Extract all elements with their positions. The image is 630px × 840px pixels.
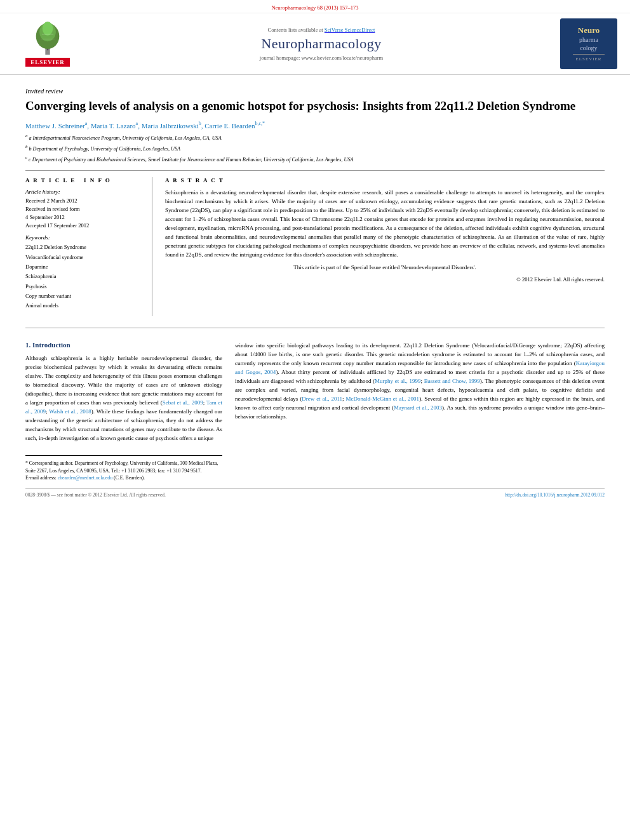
doi-link[interactable]: http://dx.doi.org/10.1016/j.neuropharm.2… xyxy=(505,492,605,498)
issn-text: 0028-3908/$ — see front matter © 2012 El… xyxy=(25,492,166,498)
journal-logo-row: ELSEVIER Contents lists available at Sci… xyxy=(0,13,630,74)
affiliations: a a Interdepartmental Neuroscience Progr… xyxy=(25,133,605,164)
article-info-panel: A R T I C L E I N F O Article history: R… xyxy=(25,177,152,316)
abstract-text: Schizophrenia is a devastating neurodeve… xyxy=(165,189,605,260)
corresponding-author-text: * Corresponding author. Department of Ps… xyxy=(25,460,218,474)
authors-line: Matthew J. Schreinera, Maria T. Lazaroa,… xyxy=(25,121,605,130)
received-revised-label: Received in revised form xyxy=(25,205,142,213)
ref-murphy[interactable]: Murphy et al., 1999 xyxy=(375,378,420,384)
accepted-date: Accepted 17 September 2012 xyxy=(25,222,142,230)
article-type-label: Invited review xyxy=(25,88,605,95)
email-note: E-mail address: cbearden@mednet.ucla.edu… xyxy=(25,474,222,482)
journal-header: Neuropharmacology 68 (2013) 157–173 ELSE… xyxy=(0,0,630,75)
affiliation-a: a a Interdepartmental Neuroscience Progr… xyxy=(25,133,605,142)
received-date: Received 2 March 2012 xyxy=(25,197,142,205)
ref-walsh[interactable]: Walsh et al., 2008 xyxy=(49,408,91,415)
header-divider xyxy=(25,170,605,171)
author-schreiner: Matthew J. Schreiner xyxy=(25,121,85,129)
ref-maynard[interactable]: Maynard et al., 2003 xyxy=(394,404,442,411)
intro-heading: 1. Introduction xyxy=(25,341,222,349)
abstract-special-issue: This article is part of the Special Issu… xyxy=(165,263,605,272)
main-content: Invited review Converging levels of anal… xyxy=(0,75,630,504)
article-body: 1. Introduction Although schizophrenia i… xyxy=(25,341,605,482)
journal-center-info: Contents lists available at SciVerse Sci… xyxy=(83,27,560,61)
body-right-column: window into specific biological pathways… xyxy=(235,341,605,482)
affiliation-a-text: a Interdepartmental Neuroscience Program… xyxy=(29,135,221,141)
email-link[interactable]: cbearden@mednet.ucla.edu xyxy=(58,475,112,481)
affiliation-c: c c Department of Psychiatry and Biobeha… xyxy=(25,154,605,164)
keywords-list: 22q11.2 Deletion Syndrome Velocardiofaci… xyxy=(25,243,142,310)
sciverse-line: Contents lists available at SciVerse Sci… xyxy=(83,27,560,33)
svg-point-3 xyxy=(43,22,53,36)
neuropharmacology-logo: Neuro pharma cology ELSEVIER xyxy=(560,18,617,69)
keyword-6: Copy number variant xyxy=(25,291,142,301)
author-lazaro: Maria T. Lazaro xyxy=(91,121,136,129)
elsevier-brand-text: ELSEVIER xyxy=(25,58,70,67)
journal-citation-text: Neuropharmacology 68 (2013) 157–173 xyxy=(271,4,358,11)
intro-left-text: Although schizophrenia is a highly herit… xyxy=(25,354,222,443)
body-left-column: 1. Introduction Although schizophrenia i… xyxy=(25,341,222,482)
body-divider xyxy=(25,328,605,328)
affiliation-c-text: c Department of Psychiatry and Biobehavi… xyxy=(29,157,353,163)
sciverse-prefix: Contents lists available at xyxy=(268,27,323,33)
abstract-label: A B S T R A C T xyxy=(165,177,605,183)
keyword-4: Schizophrenia xyxy=(25,272,142,281)
email-person: (C.E. Bearden). xyxy=(114,475,145,481)
sciverse-link-text: SciVerse ScienceDirect xyxy=(325,27,375,33)
ref-drew[interactable]: Drew et al., 2011 xyxy=(302,396,342,402)
email-label: E-mail address: xyxy=(25,475,57,481)
keyword-5: Psychosis xyxy=(25,282,142,291)
bottom-bar: 0028-3908/$ — see front matter © 2012 El… xyxy=(25,488,605,498)
ref-bassett[interactable]: Bassett and Chow, 1999 xyxy=(424,378,480,384)
affiliation-b: b b Department of Psychology, University… xyxy=(25,143,605,153)
homepage-url[interactable]: www.elsevier.com/locate/neuropharm xyxy=(301,55,383,61)
intro-title: Introduction xyxy=(32,341,70,349)
keywords-group: Keywords: 22q11.2 Deletion Syndrome Velo… xyxy=(25,234,142,310)
intro-number: 1. xyxy=(25,341,30,349)
svg-point-6 xyxy=(47,48,49,50)
author-bearden: Carrie E. Bearden xyxy=(204,121,255,129)
journal-title: Neuropharmacology xyxy=(83,36,560,52)
journal-homepage: journal homepage: www.elsevier.com/locat… xyxy=(83,55,560,61)
revised-date: 4 September 2012 xyxy=(25,213,142,222)
article-title: Converging levels of analysis on a genom… xyxy=(25,98,605,114)
ref-sebat[interactable]: Sebat et al., 2009 xyxy=(163,399,203,406)
history-group: Article history: Received 2 March 2012 R… xyxy=(25,189,142,229)
sciverse-link[interactable]: SciVerse ScienceDirect xyxy=(325,27,375,33)
ref-mcdonald[interactable]: McDonald-McGinn et al., 2001 xyxy=(345,396,419,402)
author-jalbrzikowski: Maria Jalbrzikowski xyxy=(142,121,199,129)
article-info-abstract-row: A R T I C L E I N F O Article history: R… xyxy=(25,177,605,316)
elsevier-tree-icon xyxy=(22,22,73,57)
copyright-line: © 2012 Elsevier Ltd. All rights reserved… xyxy=(165,276,605,283)
ref-karayiorgou[interactable]: Karayiorgou and Gogos, 2004 xyxy=(235,360,605,375)
homepage-label: journal homepage: xyxy=(260,55,300,61)
neuro-logo-text: Neuro pharma cology ELSEVIER xyxy=(573,25,605,63)
elsevier-logo: ELSEVIER xyxy=(13,22,83,67)
keyword-1: 22q11.2 Deletion Syndrome xyxy=(25,243,142,252)
abstract-panel: A B S T R A C T Schizophrenia is a devas… xyxy=(165,177,605,316)
keyword-2: Velocardiofacial syndrome xyxy=(25,253,142,262)
journal-citation: Neuropharmacology 68 (2013) 157–173 xyxy=(0,3,630,13)
keyword-3: Dopamine xyxy=(25,262,142,272)
keyword-7: Animal models xyxy=(25,301,142,310)
intro-right-text: window into specific biological pathways… xyxy=(235,341,605,421)
history-label: Article history: xyxy=(25,189,142,195)
affiliation-b-text: b Department of Psychology, University o… xyxy=(29,146,180,152)
keywords-label: Keywords: xyxy=(25,234,142,241)
article-info-label: A R T I C L E I N F O xyxy=(25,177,142,183)
corresponding-author-note: * Corresponding author. Department of Ps… xyxy=(25,460,222,474)
footnote-section: * Corresponding author. Department of Ps… xyxy=(25,455,222,482)
